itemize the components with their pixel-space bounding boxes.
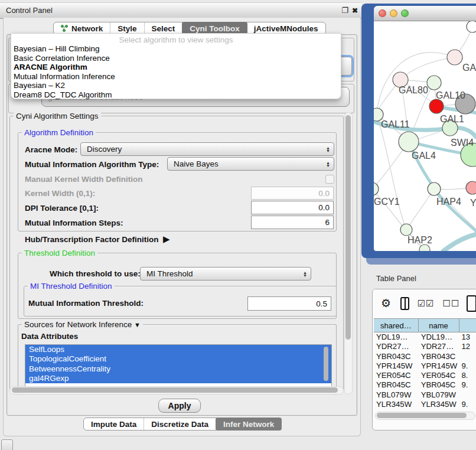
bottom-tab-discretize-data[interactable]: Discretize Data: [144, 418, 216, 430]
combo-arrows-icon: ▲▼: [326, 146, 330, 152]
network-edge[interactable]: [406, 189, 434, 230]
tab-network[interactable]: Network: [54, 22, 110, 34]
table-row[interactable]: YBR043CYBR043C: [374, 352, 476, 361]
float-window-icon[interactable]: ❐: [340, 6, 350, 15]
table-cell: YLR345W: [419, 400, 459, 409]
algorithm-option[interactable]: Bayesian – K2: [11, 81, 341, 90]
columns-icon[interactable]: [400, 297, 409, 310]
node-table: shared…name YDL19…YDL19…13YDR27…YDR27…12…: [374, 318, 476, 420]
table-row[interactable]: YPR145WYPR145W9.: [374, 361, 476, 371]
settings-hscrollbar[interactable]: [9, 386, 344, 394]
deselect-all-checks-icon[interactable]: ☐☐: [443, 298, 460, 309]
table-cell: YBR043C: [374, 352, 419, 361]
column-header-2[interactable]: name: [419, 319, 459, 332]
table-hscrollbar[interactable]: [375, 412, 475, 420]
sources-title-text[interactable]: Sources for Network Inference: [24, 320, 132, 329]
bottom-tab-impute-data[interactable]: Impute Data: [84, 418, 144, 430]
attr-list-scrollbar-thumb[interactable]: [324, 347, 328, 381]
table-row[interactable]: YER054CYER054C8.: [374, 371, 476, 380]
threshold-definition-title: Threshold Definition: [22, 249, 97, 257]
network-node[interactable]: [374, 182, 379, 195]
data-attribute-item[interactable]: SelfLoops: [25, 345, 331, 354]
dpi-tolerance-field[interactable]: 0.0: [251, 201, 334, 214]
data-attributes-list[interactable]: SelfLoopsTopologicalCoefficientBetweenne…: [25, 344, 332, 387]
manual-kernel-checkbox[interactable]: [325, 175, 334, 184]
tab-style[interactable]: Style: [110, 22, 144, 34]
kernel-width-field[interactable]: 0.0: [251, 187, 334, 200]
network-node[interactable]: [447, 50, 462, 65]
minimized-panel-button[interactable]: [1, 439, 13, 450]
apply-button-label: Apply: [168, 401, 191, 410]
hub-definition-label[interactable]: Hub/Transcription Factor Definition: [25, 235, 159, 244]
select-all-checks-icon[interactable]: ☑☑: [418, 298, 435, 309]
mac-zoom-icon[interactable]: [401, 9, 409, 17]
mi-threshold-label: Mutual Information Threshold:: [28, 299, 144, 308]
settings-vscrollbar[interactable]: [344, 112, 353, 394]
network-window-titlebar[interactable]: [374, 6, 476, 21]
algorithm-definition-title: Algorithm Definition: [22, 128, 96, 137]
mac-close-icon[interactable]: [379, 9, 386, 17]
network-node[interactable]: [466, 181, 476, 194]
table-cell: 13: [459, 332, 476, 342]
mi-threshold-field[interactable]: 0.5: [247, 296, 331, 311]
expand-arrow-icon[interactable]: ▼: [134, 321, 141, 328]
algorithm-option[interactable]: Basic Correlation Inference: [11, 54, 341, 63]
data-attribute-item[interactable]: TopologicalCoefficient: [25, 354, 331, 364]
table-row[interactable]: YBR045CYBR045C9.: [374, 380, 476, 390]
table-row[interactable]: YBL079WYBL079W: [374, 390, 476, 400]
network-node[interactable]: [428, 182, 441, 195]
table-cell: YIL053C: [419, 409, 459, 411]
network-node[interactable]: [427, 76, 441, 90]
table-cell: YDR27…: [374, 342, 419, 351]
table-cell: YER054C: [419, 371, 459, 380]
close-window-icon[interactable]: ✖: [350, 6, 360, 15]
table-cell: [459, 352, 476, 361]
algorithm-option[interactable]: Bayesian – Hill Climbing: [11, 44, 341, 54]
table-row[interactable]: YLR345WYLR345W9.: [374, 400, 476, 409]
table-cell: YDR27…: [419, 342, 459, 351]
mac-minimize-icon[interactable]: [390, 9, 397, 17]
network-node[interactable]: [419, 244, 430, 251]
algorithm-option[interactable]: Mutual Information Inference: [11, 72, 341, 81]
table-cell: 8.: [459, 371, 476, 380]
table-row[interactable]: YDL19…YDL19…13: [374, 332, 476, 342]
tab-select[interactable]: Select: [145, 22, 183, 34]
table-cell: YDL19…: [374, 332, 419, 342]
algorithm-option[interactable]: ARACNE Algorithm: [11, 63, 341, 72]
data-attribute-item[interactable]: BetweennessCentrality: [25, 364, 331, 374]
tab-jactivemnodules[interactable]: jActiveMNodules: [247, 22, 325, 34]
network-node[interactable]: [400, 224, 412, 236]
aracne-mode-value: Discovery: [87, 145, 122, 154]
network-edge[interactable]: [444, 234, 476, 251]
export-table-icon[interactable]: [467, 295, 476, 312]
apply-button[interactable]: Apply: [158, 399, 201, 413]
bottom-tab-infer-network[interactable]: Infer Network: [216, 418, 282, 431]
network-node[interactable]: [399, 132, 419, 152]
gear-icon[interactable]: ⚙: [381, 296, 391, 310]
which-threshold-combobox[interactable]: MI Threshold ▲▼: [140, 267, 311, 281]
algorithm-popup-list: Bayesian – Hill ClimbingBasic Correlatio…: [11, 44, 341, 100]
aracne-mode-combobox[interactable]: Discovery ▲▼: [80, 142, 334, 156]
table-cell: YBR045C: [374, 380, 419, 390]
network-node[interactable]: [429, 99, 444, 113]
data-attribute-item[interactable]: gal4RGexp: [25, 374, 331, 383]
network-node[interactable]: [467, 21, 476, 32]
column-header-1[interactable]: shared…: [374, 319, 419, 332]
mi-type-combobox[interactable]: Naive Bayes ▲▼: [167, 157, 334, 171]
node-label: GAL11: [381, 119, 410, 129]
table-hscrollbar-thumb[interactable]: [377, 413, 467, 418]
mi-steps-value: 6: [325, 218, 330, 227]
table-cell: 9.: [459, 400, 476, 409]
network-canvas[interactable]: GALGAL80GAL10GAL1GAL11SWI4GAL4GCY1HAP4YH…: [374, 21, 476, 251]
settings-hscrollbar-thumb[interactable]: [12, 387, 338, 393]
network-edge[interactable]: [400, 57, 455, 80]
table-row[interactable]: YDR27…YDR27…12: [374, 342, 476, 351]
table-row[interactable]: YIL053CYIL053C9: [374, 409, 476, 411]
settings-vscrollbar-thumb[interactable]: [345, 115, 351, 340]
mi-steps-field[interactable]: 6: [251, 216, 334, 229]
collapse-arrow-icon[interactable]: ▶: [163, 234, 170, 244]
algorithm-option[interactable]: Dream8 DC_TDC Algorithm: [11, 90, 341, 100]
table-cell: 9: [459, 409, 476, 411]
node-label: GAL1: [440, 114, 464, 124]
column-header-3[interactable]: [459, 319, 476, 332]
